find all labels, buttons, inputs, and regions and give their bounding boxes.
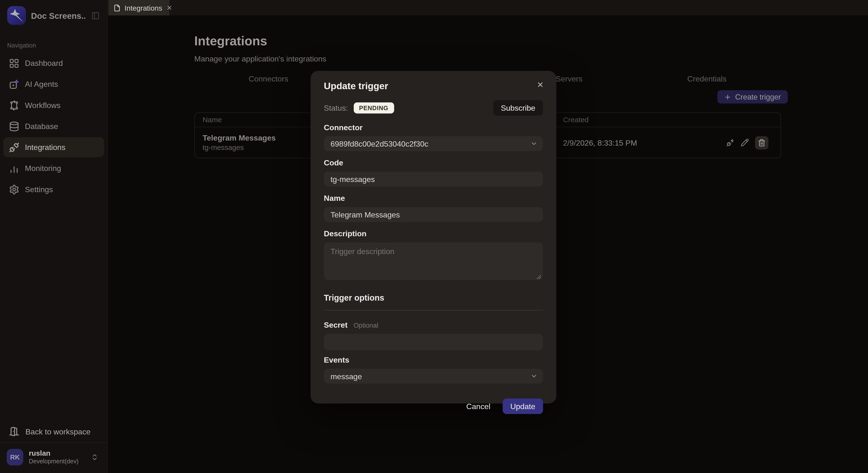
events-value: message [331, 372, 362, 381]
dashboard-grid-icon [9, 58, 20, 68]
user-environment: Development(dev) [29, 458, 85, 465]
file-icon [114, 4, 121, 11]
code-input[interactable] [324, 172, 543, 187]
bar-chart-icon [9, 163, 20, 174]
modal-footer: Cancel Update [324, 399, 543, 414]
connector-label: Connector [324, 123, 543, 132]
update-button[interactable]: Update [502, 399, 543, 414]
secret-label-text: Secret [324, 320, 347, 329]
sidebar-item-integrations[interactable]: Integrations [3, 137, 104, 157]
back-to-workspace-label: Back to workspace [26, 427, 91, 436]
tab-strip: Integrations [108, 0, 868, 15]
sidebar: Doc Screens... Navigation Dashboard [0, 0, 108, 473]
tab-credentials[interactable]: Credentials [687, 74, 727, 83]
workflows-icon [9, 100, 20, 111]
database-icon [9, 121, 20, 132]
workspace-header: Doc Screens... [0, 0, 107, 30]
door-open-icon [9, 426, 20, 437]
modal-title: Update trigger [324, 81, 388, 92]
secret-label: Secret Optional [324, 320, 543, 329]
chevron-down-icon [530, 140, 537, 147]
code-label: Code [324, 158, 543, 167]
pencil-icon [741, 138, 749, 147]
tab-label: Integrations [125, 4, 162, 12]
back-to-workspace-button[interactable]: Back to workspace [0, 421, 107, 442]
description-label: Description [324, 229, 543, 238]
secret-input[interactable] [324, 334, 543, 350]
row-actions [726, 136, 768, 149]
sidebar-item-label: AI Agents [25, 80, 58, 89]
name-input[interactable] [324, 207, 543, 222]
column-header-created: Created [563, 116, 589, 124]
tab-servers[interactable]: Servers [556, 74, 583, 83]
sidebar-footer: Back to workspace RK ruslan Development(… [0, 421, 107, 473]
sidebar-item-label: Dashboard [25, 59, 63, 67]
status-label: Status: [324, 103, 348, 112]
user-meta: ruslan Development(dev) [29, 450, 85, 465]
workspace-logo-icon [7, 6, 26, 25]
events-select[interactable]: message [324, 369, 543, 384]
chevron-down-icon [530, 373, 537, 380]
create-trigger-label: Create trigger [735, 93, 781, 101]
section-divider [324, 310, 543, 311]
status-row: Status: PENDING Subscribe [324, 100, 543, 116]
avatar: RK [7, 449, 23, 466]
page-subtitle: Manage your application's integrations [194, 54, 327, 63]
sidebar-item-label: Monitoring [25, 164, 61, 173]
update-trigger-modal: Update trigger Status: PENDING Subscribe… [311, 71, 556, 404]
sidebar-item-label: Workflows [25, 101, 61, 110]
name-label: Name [324, 194, 543, 203]
page-title: Integrations [194, 34, 267, 49]
gear-icon [9, 184, 20, 194]
cancel-button[interactable]: Cancel [460, 399, 497, 414]
subscribe-button[interactable]: Subscribe [493, 100, 543, 116]
nav-section-label: Navigation [0, 30, 107, 53]
trigger-created: 2/9/2026, 8:33:15 PM [563, 138, 726, 147]
sidebar-item-label: Database [25, 122, 58, 131]
sidebar-item-workflows[interactable]: Workflows [3, 95, 104, 115]
events-label: Events [324, 355, 543, 364]
app-root: Doc Screens... Navigation Dashboard [0, 0, 868, 473]
sidebar-item-database[interactable]: Database [3, 116, 104, 136]
connector-value: 6989fd8c00e2d53040c2f30c [331, 139, 429, 148]
user-name: ruslan [29, 450, 85, 458]
description-textarea[interactable] [324, 243, 543, 280]
sidebar-nav: Dashboard AI Agents [0, 53, 107, 200]
chevrons-up-down-icon [91, 453, 101, 461]
tab-integrations[interactable]: Integrations [108, 0, 169, 15]
trash-icon [758, 138, 766, 146]
close-icon [536, 81, 544, 89]
tab-connectors[interactable]: Connectors [249, 74, 288, 83]
create-trigger-button[interactable]: Create trigger [717, 90, 788, 103]
status-badge: PENDING [353, 102, 394, 114]
subscribe-trigger-icon-button[interactable] [726, 138, 735, 147]
sidebar-item-label: Integrations [25, 143, 65, 152]
tab-close-icon[interactable] [166, 4, 173, 11]
delete-trigger-icon-button[interactable] [755, 136, 768, 149]
sidebar-toggle-icon[interactable] [90, 10, 101, 21]
sidebar-item-dashboard[interactable]: Dashboard [3, 53, 104, 73]
sidebar-item-monitoring[interactable]: Monitoring [3, 158, 104, 179]
modal-close-button[interactable] [535, 80, 545, 90]
workspace-name: Doc Screens... [31, 11, 85, 20]
plug-icon [9, 142, 20, 153]
edit-trigger-icon-button[interactable] [741, 138, 749, 147]
sidebar-item-label: Settings [25, 185, 53, 194]
trigger-options-heading: Trigger options [324, 293, 543, 302]
sidebar-item-settings[interactable]: Settings [3, 179, 104, 199]
sidebar-item-ai-agents[interactable]: AI Agents [3, 74, 104, 94]
connector-select[interactable]: 6989fd8c00e2d53040c2f30c [324, 136, 543, 151]
plug-zap-icon [726, 138, 735, 147]
plus-icon [724, 93, 731, 100]
user-menu[interactable]: RK ruslan Development(dev) [0, 443, 107, 473]
ai-agents-sparkle-icon [9, 79, 20, 89]
secret-optional-hint: Optional [353, 322, 378, 329]
